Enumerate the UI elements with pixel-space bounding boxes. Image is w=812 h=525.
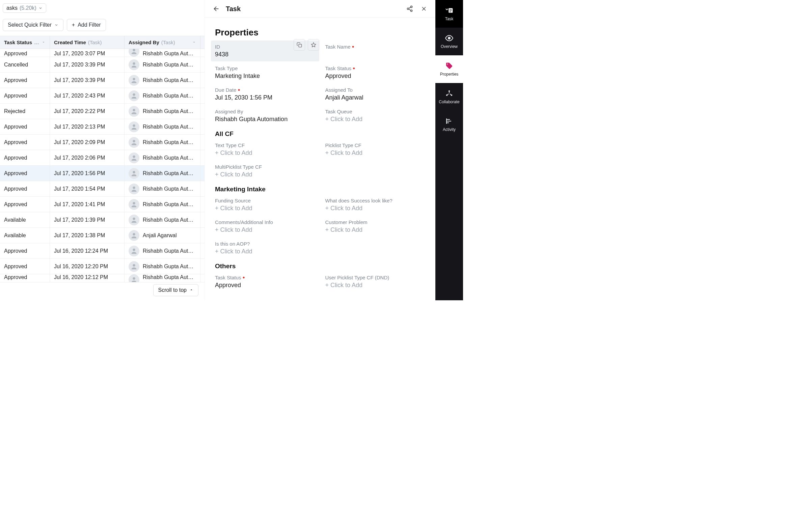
table-row[interactable]: ApprovedJul 16, 2020 12:20 PMRishabh Gup…	[0, 259, 205, 274]
prop-task-name[interactable]: Task Name●	[325, 44, 425, 58]
cell-status: Available	[0, 212, 50, 227]
table-header: Task Status… Created Time (Task) Assigne…	[0, 36, 205, 49]
nav-collaborate[interactable]: Collaborate	[435, 83, 463, 111]
table-body: ApprovedJul 17, 2020 3:07 PMRishabh Gupt…	[0, 49, 205, 300]
prop-others-status[interactable]: Task Status● Approved	[215, 275, 315, 289]
sort-icon[interactable]	[192, 40, 196, 45]
assigned-by-name: Rishabh Gupta Automa…	[143, 50, 196, 57]
prop-assigned-by[interactable]: Assigned By Rishabh Gupta Automation	[215, 109, 315, 123]
cell-assigned-by: Rishabh Gupta Automa…	[124, 181, 200, 196]
chevron-down-icon	[54, 23, 58, 27]
sort-icon[interactable]	[42, 40, 46, 45]
scroll-to-top-button[interactable]: Scroll to top	[153, 284, 198, 296]
assigned-by-name: Rishabh Gupta Automa…	[143, 274, 196, 280]
close-button[interactable]	[419, 4, 428, 14]
add-filter-button[interactable]: + Add Filter	[67, 19, 106, 31]
view-count: (5.20k)	[19, 5, 36, 11]
quick-filter-button[interactable]: Select Quick Filter	[3, 19, 63, 31]
nav-label: Task	[445, 16, 454, 21]
table-row[interactable]: ApprovedJul 17, 2020 1:56 PMRishabh Gupt…	[0, 166, 205, 181]
table-row[interactable]: ApprovedJul 16, 2020 12:24 PMRishabh Gup…	[0, 243, 205, 259]
prop-task-queue[interactable]: Task Queue + Click to Add	[325, 109, 425, 123]
field-value: + Click to Add	[325, 205, 425, 212]
cell-assigned-by: Rishabh Gupta Automa…	[124, 88, 200, 103]
favorite-button[interactable]	[308, 39, 319, 50]
table-row[interactable]: ApprovedJul 16, 2020 12:12 PMRishabh Gup…	[0, 274, 205, 282]
col-sublabel: (Task)	[161, 40, 175, 45]
avatar-icon	[129, 168, 139, 179]
cell-status: Approved	[0, 150, 50, 165]
prop-success[interactable]: What does Success look like? + Click to …	[325, 198, 425, 212]
table-row[interactable]: AvailableJul 17, 2020 1:38 PMAnjali Agar…	[0, 228, 205, 243]
cell-status: Approved	[0, 243, 50, 258]
table-row[interactable]: CancelledJul 17, 2020 3:39 PMRishabh Gup…	[0, 57, 205, 73]
table-row[interactable]: ApprovedJul 17, 2020 3:07 PMRishabh Gupt…	[0, 49, 205, 57]
table-row[interactable]: AvailableJul 17, 2020 1:39 PMRishabh Gup…	[0, 212, 205, 228]
svg-point-15	[133, 278, 135, 280]
prop-multipicklist-cf[interactable]: MultiPicklist Type CF + Click to Add	[215, 164, 315, 178]
col-assigned-by[interactable]: Assigned By (Task)	[124, 36, 200, 49]
assigned-by-name: Rishabh Gupta Automa…	[143, 139, 196, 146]
field-value: + Click to Add	[215, 248, 315, 255]
nav-overview[interactable]: Overview	[435, 28, 463, 55]
col-label: Created Time	[54, 40, 86, 45]
field-label: Assigned By	[215, 109, 315, 115]
cell-assigned-by: Rishabh Gupta Automa…	[124, 243, 200, 258]
field-value: Anjali Agarwal	[325, 94, 425, 101]
table-row[interactable]: ApprovedJul 17, 2020 2:06 PMRishabh Gupt…	[0, 150, 205, 166]
field-value: Jul 15, 2030 1:56 PM	[215, 94, 315, 101]
field-value: + Click to Add	[215, 149, 315, 156]
cell-assigned-by: Rishabh Gupta Automa…	[124, 49, 200, 57]
cell-status: Available	[0, 228, 50, 243]
field-label: User Picklist Type CF (DND)	[325, 275, 425, 280]
field-label: Task Name●	[325, 44, 425, 49]
right-sidenav: Task Overview Properties Collaborate Act…	[435, 0, 463, 300]
col-created-time[interactable]: Created Time (Task)	[50, 36, 124, 49]
table-row[interactable]: ApprovedJul 17, 2020 2:09 PMRishabh Gupt…	[0, 135, 205, 150]
copy-button[interactable]	[294, 39, 305, 50]
table-row[interactable]: ApprovedJul 17, 2020 3:39 PMRishabh Gupt…	[0, 73, 205, 88]
cell-status: Cancelled	[0, 57, 50, 72]
prop-assigned-to[interactable]: Assigned To Anjali Agarwal	[325, 87, 425, 101]
prop-picklist-cf[interactable]: Picklist Type CF + Click to Add	[325, 142, 425, 156]
allcf-heading: All CF	[215, 130, 425, 138]
prop-task-status[interactable]: Task Status● Approved	[325, 65, 425, 80]
assigned-by-name: Rishabh Gupta Automa…	[143, 93, 196, 99]
prop-customer-problem[interactable]: Customer Problem + Click to Add	[325, 219, 425, 234]
svg-point-14	[133, 264, 135, 266]
prop-id[interactable]: ID 9438	[211, 41, 319, 61]
back-button[interactable]	[212, 4, 221, 14]
cell-created: Jul 17, 2020 1:38 PM	[50, 228, 124, 243]
cell-assigned-by: Rishabh Gupta Automa…	[124, 197, 200, 212]
field-value: + Click to Add	[325, 149, 425, 156]
assigned-by-name: Rishabh Gupta Automa…	[143, 108, 196, 115]
cell-created: Jul 17, 2020 3:07 PM	[50, 49, 124, 57]
avatar-icon	[129, 49, 139, 57]
svg-point-10	[133, 202, 135, 204]
assigned-by-name: Rishabh Gupta Automa…	[143, 217, 196, 223]
table-row[interactable]: ApprovedJul 17, 2020 2:13 PMRishabh Gupt…	[0, 119, 205, 135]
cell-created: Jul 17, 2020 2:43 PM	[50, 88, 124, 103]
view-selector[interactable]: asks (5.20k)	[3, 3, 46, 13]
cell-status: Approved	[0, 181, 50, 196]
prop-user-picklist[interactable]: User Picklist Type CF (DND) + Click to A…	[325, 275, 425, 289]
table-row[interactable]: ApprovedJul 17, 2020 2:43 PMRishabh Gupt…	[0, 88, 205, 104]
prop-task-type[interactable]: Task Type Marketing Intake	[215, 65, 315, 80]
prop-funding-source[interactable]: Funding Source + Click to Add	[215, 198, 315, 212]
share-button[interactable]	[405, 4, 415, 14]
prop-comments[interactable]: Comments/Additional Info + Click to Add	[215, 219, 315, 234]
table-row[interactable]: ApprovedJul 17, 2020 1:54 PMRishabh Gupt…	[0, 181, 205, 197]
prop-aop[interactable]: Is this on AOP? + Click to Add	[215, 241, 315, 255]
table-row[interactable]: ApprovedJul 17, 2020 1:41 PMRishabh Gupt…	[0, 197, 205, 212]
nav-task[interactable]: Task	[435, 0, 463, 28]
col-task-status[interactable]: Task Status…	[0, 36, 50, 49]
cell-status: Approved	[0, 73, 50, 88]
table-row[interactable]: RejectedJul 17, 2020 2:22 PMRishabh Gupt…	[0, 104, 205, 119]
view-label: asks	[6, 5, 17, 11]
prop-due-date[interactable]: Due Date● Jul 15, 2030 1:56 PM	[215, 87, 315, 101]
nav-activity[interactable]: Activity	[435, 111, 463, 138]
avatar-icon	[129, 106, 139, 117]
prop-text-cf[interactable]: Text Type CF + Click to Add	[215, 142, 315, 156]
scroll-to-top-label: Scroll to top	[158, 287, 186, 293]
nav-properties[interactable]: Properties	[435, 55, 463, 83]
